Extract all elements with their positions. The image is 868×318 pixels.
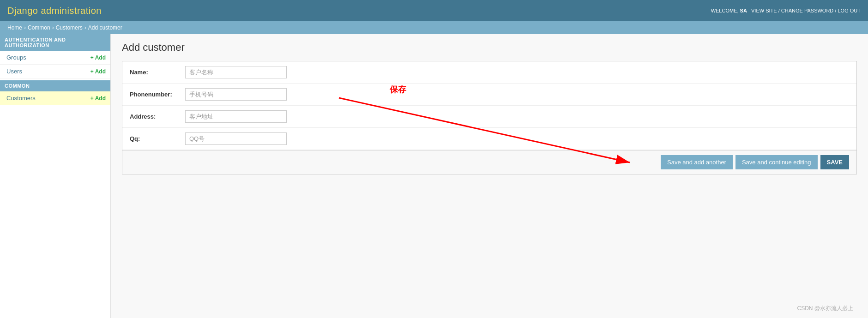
save-and-add-button[interactable]: Save and add another bbox=[661, 155, 733, 169]
customers-link[interactable]: Customers bbox=[6, 95, 36, 102]
save-and-continue-button[interactable]: Save and continue editing bbox=[735, 155, 818, 169]
user-tools: WELCOME, SA VIEW SITE / CHANGE PASSWORD … bbox=[711, 8, 861, 13]
sidebar: Authentication and Authorization Groups … bbox=[0, 34, 111, 318]
auth-section: Authentication and Authorization Groups … bbox=[0, 34, 110, 78]
groups-add-link[interactable]: Add bbox=[90, 54, 106, 61]
header: Django administration WELCOME, SA VIEW S… bbox=[0, 0, 868, 21]
breadcrumb-home[interactable]: Home bbox=[7, 24, 22, 31]
view-site-link[interactable]: VIEW SITE bbox=[751, 8, 777, 13]
page-title: Add customer bbox=[122, 42, 857, 54]
common-section-header: Common bbox=[0, 80, 110, 91]
phone-field-row: Phonenumber: bbox=[122, 84, 856, 106]
add-customer-form: Name: Phonenumber: Address: Qq: bbox=[122, 61, 857, 174]
address-label: Address: bbox=[130, 113, 185, 120]
qq-field-row: Qq: bbox=[122, 128, 856, 150]
site-title: Django administration bbox=[7, 6, 102, 16]
users-add-link[interactable]: Add bbox=[90, 68, 106, 75]
watermark: CSDN @水亦流人必上 bbox=[790, 303, 861, 314]
auth-section-header: Authentication and Authorization bbox=[0, 34, 110, 51]
log-out-link[interactable]: LOG OUT bbox=[838, 8, 861, 13]
customers-add-link[interactable]: Add bbox=[90, 95, 106, 102]
name-label: Name: bbox=[130, 69, 185, 76]
name-field-row: Name: bbox=[122, 61, 856, 84]
breadcrumb-sep1: › bbox=[24, 24, 26, 31]
breadcrumb-sep2: › bbox=[52, 24, 54, 31]
name-input[interactable] bbox=[185, 66, 287, 78]
submit-row: Save and add another Save and continue e… bbox=[122, 150, 856, 174]
main-container: Authentication and Authorization Groups … bbox=[0, 34, 868, 318]
qq-label: Qq: bbox=[130, 135, 185, 142]
annotation-text: 保存 bbox=[390, 84, 406, 95]
breadcrumb: Home › Common › Customers › Add customer bbox=[0, 21, 868, 34]
change-password-link[interactable]: CHANGE PASSWORD bbox=[781, 8, 833, 13]
sidebar-item-customers[interactable]: Customers Add bbox=[0, 91, 110, 105]
common-section: Common Customers Add bbox=[0, 80, 110, 105]
breadcrumb-current: Add customer bbox=[88, 24, 122, 31]
qq-input[interactable] bbox=[185, 132, 287, 145]
sidebar-item-users[interactable]: Users Add bbox=[0, 65, 110, 78]
breadcrumb-customers[interactable]: Customers bbox=[56, 24, 83, 31]
users-link[interactable]: Users bbox=[6, 68, 22, 75]
address-input[interactable] bbox=[185, 110, 287, 123]
phone-input[interactable] bbox=[185, 88, 287, 101]
welcome-text: WELCOME, bbox=[711, 8, 740, 13]
annotation-area: 保存 Name: Phonenumber: Address: bbox=[122, 61, 857, 174]
groups-link[interactable]: Groups bbox=[6, 54, 26, 61]
sidebar-item-groups[interactable]: Groups Add bbox=[0, 51, 110, 65]
content-area: Add customer 保存 Name: bbox=[111, 34, 868, 318]
breadcrumb-common[interactable]: Common bbox=[28, 24, 50, 31]
save-button[interactable]: SAVE bbox=[820, 155, 849, 169]
username: SA bbox=[740, 8, 747, 13]
address-field-row: Address: bbox=[122, 106, 856, 128]
phone-label: Phonenumber: bbox=[130, 91, 185, 98]
breadcrumb-sep3: › bbox=[84, 24, 86, 31]
